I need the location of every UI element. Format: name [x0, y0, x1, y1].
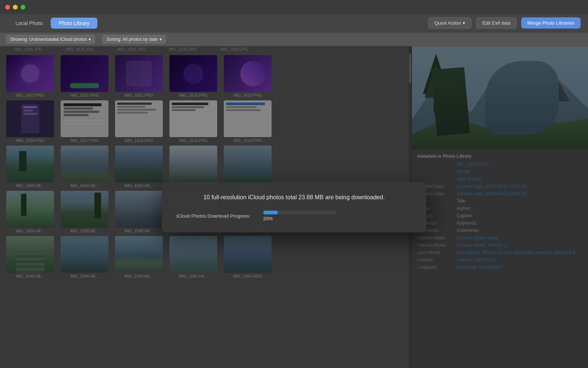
progress-label: iCloud Photos Download Progress:	[176, 213, 257, 219]
local-photo-tab[interactable]: Local Photo	[7, 18, 51, 29]
modal-message: 10 full-resolution iCloud photos total 2…	[176, 193, 412, 202]
filters-bar: Showing: Undownloaded iCloud photos ▾ So…	[0, 32, 588, 46]
download-progress-modal: 10 full-resolution iCloud photos total 2…	[162, 182, 426, 232]
toolbar: Local Photo Photo Library Quick Action ▾…	[0, 14, 588, 32]
close-button[interactable]	[5, 5, 10, 10]
chevron-down-icon: ▾	[159, 37, 162, 42]
photo-library-tab[interactable]: Photo Library	[51, 18, 97, 29]
modal-progress-section: iCloud Photos Download Progress: 20%	[176, 211, 412, 221]
modal-overlay: 10 full-resolution iCloud photos total 2…	[0, 46, 588, 368]
progress-right: 20%	[263, 211, 412, 221]
quick-action-button[interactable]: Quick Action ▾	[428, 17, 472, 29]
showing-filter[interactable]: Showing: Undownloaded iCloud photos ▾	[6, 35, 95, 44]
tab-group: Local Photo Photo Library	[7, 18, 97, 29]
chevron-down-icon: ▾	[89, 37, 91, 42]
title-bar	[0, 0, 588, 14]
progress-bar-fill	[263, 211, 278, 214]
progress-bar-bg	[263, 211, 337, 214]
sorting-filter[interactable]: Sorting: All photos by date ▾	[102, 35, 165, 44]
edit-exif-button[interactable]: Edit Exif data	[476, 17, 517, 29]
toolbar-actions: Quick Action ▾ Edit Exif data Merge Phot…	[428, 17, 581, 29]
chevron-down-icon: ▾	[463, 20, 465, 26]
fullscreen-button[interactable]	[21, 5, 25, 10]
merge-libraries-button[interactable]: Merge Photo Libraries	[521, 17, 581, 29]
traffic-lights	[5, 5, 25, 10]
main-area: IMG_1635.JPG IMG_1636.JPG IMG_1536.JPG I…	[0, 46, 588, 368]
minimize-button[interactable]	[13, 5, 18, 10]
progress-percentage: 20%	[263, 216, 273, 221]
